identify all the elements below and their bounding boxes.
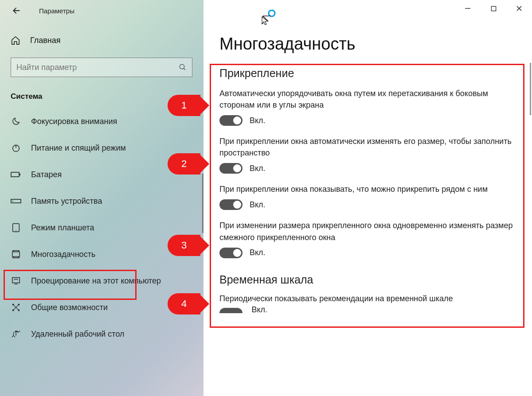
sidebar-item-projecting[interactable]: Проецирование на этот компьютер: [0, 268, 203, 294]
remote-desktop-icon: [11, 329, 21, 339]
storage-icon: [11, 196, 21, 206]
main-content: Многозадачность Прикрепление Автоматичес…: [203, 0, 532, 396]
setting-snap-show-next: При прикреплении окна показывать, что мо…: [219, 183, 519, 210]
section-heading-snap: Прикрепление: [219, 67, 519, 80]
home-icon: [11, 35, 20, 45]
setting-description: Автоматически упорядочивать окна путем и…: [219, 88, 519, 111]
moon-icon: [11, 116, 21, 127]
power-icon: [11, 143, 21, 153]
search-box[interactable]: [11, 58, 192, 77]
svg-rect-9: [12, 278, 20, 283]
svg-point-15: [269, 10, 275, 16]
toggle-snap-arrange[interactable]: [219, 115, 243, 126]
toggle-state-label: Вкл.: [250, 200, 266, 210]
sidebar-item-power-sleep[interactable]: Питание и спящий режим: [0, 135, 203, 161]
sidebar-item-tablet-mode[interactable]: Режим планшета: [0, 214, 203, 241]
toggle-state-label: Вкл.: [251, 305, 267, 314]
sidebar-item-label: Батарея: [31, 170, 62, 179]
svg-point-5: [12, 201, 13, 202]
setting-description: При изменении размера прикрепленного окн…: [219, 220, 519, 243]
page-title: Многозадачность: [219, 35, 519, 54]
sidebar-item-remote-desktop[interactable]: Удаленный рабочий стол: [0, 321, 203, 347]
projecting-icon: [11, 276, 21, 286]
search-icon: [179, 63, 187, 71]
home-label: Главная: [30, 36, 61, 45]
maximize-icon: [491, 6, 497, 12]
setting-snap-arrange: Автоматически упорядочивать окна путем и…: [219, 88, 519, 126]
svg-rect-8: [12, 252, 20, 257]
svg-rect-2: [11, 172, 19, 177]
sidebar: Параметры Главная Система Фокусировка вн…: [0, 0, 203, 396]
app-title: Параметры: [39, 7, 74, 15]
titlebar: Параметры: [0, 6, 203, 24]
minimize-icon: [465, 5, 471, 12]
close-icon: [516, 5, 522, 12]
maximize-button[interactable]: [481, 0, 506, 17]
sidebar-item-label: Режим планшета: [31, 223, 94, 233]
arrow-left-icon: [12, 6, 21, 15]
svg-rect-3: [20, 174, 20, 175]
close-button[interactable]: [506, 0, 532, 17]
search-input[interactable]: [16, 63, 179, 72]
setting-description: Периодически показывать рекомендации на …: [219, 294, 519, 303]
setting-description: При прикреплении окна автоматически изме…: [219, 136, 519, 159]
sidebar-item-multitasking[interactable]: Многозадачность: [0, 241, 203, 268]
sidebar-item-shared-experiences[interactable]: Общие возможности: [0, 294, 203, 321]
setting-snap-adjacent-resize: При изменении размера прикрепленного окн…: [219, 220, 519, 258]
tablet-icon: [11, 222, 21, 233]
shared-icon: [11, 302, 21, 313]
sidebar-item-label: Удаленный рабочий стол: [31, 330, 125, 339]
setting-description: При прикреплении окна показывать, что мо…: [219, 183, 519, 195]
sidebar-item-focus-assist[interactable]: Фокусировка внимания: [0, 108, 203, 135]
svg-point-0: [180, 64, 184, 69]
toggle-snap-show-next[interactable]: [219, 199, 243, 210]
cursor-with-spinner-icon: [260, 10, 276, 26]
section-heading-timeline: Временная шкала: [219, 273, 519, 286]
sidebar-item-label: Проецирование на этот компьютер: [31, 276, 161, 286]
toggle-timeline-suggestions[interactable]: [219, 308, 243, 313]
sidebar-item-label: Питание и спящий режим: [31, 144, 126, 153]
multitasking-icon: [11, 249, 21, 260]
sidebar-item-label: Фокусировка внимания: [31, 117, 117, 126]
setting-snap-resize: При прикреплении окна автоматически изме…: [219, 136, 519, 174]
toggle-state-label: Вкл.: [250, 164, 266, 173]
toggle-snap-adjacent-resize[interactable]: [219, 248, 243, 258]
main-scrollbar[interactable]: [530, 63, 531, 115]
battery-icon: [11, 169, 21, 180]
sidebar-item-label: Многозадачность: [31, 250, 95, 259]
section-timeline: Временная шкала Периодически показывать …: [219, 273, 519, 315]
toggle-state-label: Вкл.: [250, 248, 266, 257]
window-controls: [455, 0, 532, 17]
toggle-state-label: Вкл.: [250, 116, 266, 125]
sidebar-item-home[interactable]: Главная: [0, 31, 203, 50]
sidebar-item-battery[interactable]: Батарея: [0, 161, 203, 188]
back-button[interactable]: [10, 4, 23, 17]
section-title-system: Система: [0, 89, 203, 105]
minimize-button[interactable]: [455, 0, 481, 17]
toggle-snap-resize[interactable]: [219, 163, 243, 174]
sidebar-item-label: Память устройства: [31, 197, 102, 206]
sidebar-item-label: Общие возможности: [31, 303, 108, 312]
svg-point-7: [16, 230, 16, 231]
sidebar-item-storage[interactable]: Память устройства: [0, 188, 203, 214]
svg-rect-14: [491, 6, 496, 11]
